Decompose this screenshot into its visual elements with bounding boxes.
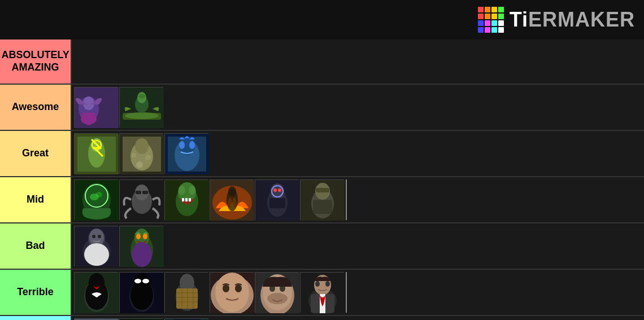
logo-cell [485,7,490,12]
svg-rect-60 [313,200,332,214]
svg-point-17 [132,153,136,157]
svg-point-108 [267,293,288,304]
tier-image-terrible-2 [119,272,163,313]
tier-label-absolutely-amazing: ABSOLUTELY AMAZING [0,40,71,84]
svg-rect-37 [142,191,148,194]
tier-row-bad: Bad [0,223,644,270]
svg-point-5 [125,112,159,119]
svg-rect-53 [269,198,285,208]
svg-rect-43 [182,198,184,201]
logo-cell [491,14,497,19]
terrible-divider [346,272,347,313]
tier-content-terrible [71,270,644,315]
logo-cell [485,14,490,19]
tier-row-absolutely-amazing: ABSOLUTELY AMAZING [0,40,644,85]
svg-rect-91 [176,288,198,309]
logo-cell [498,7,504,12]
logo-text: TiERMAKER [510,8,635,32]
svg-point-55 [273,189,277,192]
svg-point-25 [189,141,195,149]
tier-image-great-2 [119,133,163,174]
logo-cell [498,20,504,26]
tier-label-bad: Bad [0,223,71,269]
tier-image-mid-1 [74,179,118,220]
tier-image-terrible-4 [210,272,254,313]
logo-cell [485,20,490,26]
tier-image-great-1 [74,133,118,174]
svg-point-115 [325,281,330,287]
svg-point-114 [315,281,320,287]
logo-cell [478,20,484,26]
logo-cell [491,7,497,12]
svg-point-73 [136,234,141,239]
tier-label-awesome: Awesome [0,85,71,130]
svg-point-16 [135,138,149,154]
tier-label-terrible: Terrible [0,270,71,315]
svg-point-86 [134,279,141,283]
svg-point-69 [98,235,101,238]
svg-point-41 [179,186,185,195]
svg-point-74 [143,234,147,239]
tier-label-great: Great [0,131,71,176]
svg-point-101 [223,284,229,292]
tier-content-mid [71,177,644,222]
mid-divider [346,179,347,220]
logo-cell [485,27,490,33]
logo-cell [491,20,497,26]
svg-rect-36 [136,191,141,194]
tier-row-great: Great [0,131,644,177]
tier-row-mid: Mid [0,177,644,223]
tier-image-terrible-5 [255,272,299,313]
tier-content-absolutely-amazing [71,40,644,84]
logo-cell [498,27,504,33]
tier-label-dumpster-fire: DUMPSTER FIRE [0,316,71,320]
logo-cell [498,14,504,19]
tier-content-great [71,131,644,176]
tier-row-terrible: Terrible [0,270,644,316]
svg-point-75 [132,242,152,267]
svg-point-24 [179,141,185,149]
tier-content-bad [71,223,644,269]
svg-point-68 [92,235,95,238]
svg-point-87 [142,279,149,283]
logo-cell [478,27,484,33]
tier-content-dumpster-fire [71,316,644,320]
logo-cell [478,14,484,19]
tier-image-terrible-3 [164,272,208,313]
svg-rect-44 [185,198,188,201]
tier-image-bad-1 [74,226,118,266]
tier-image-awesome-2 [119,87,163,128]
tier-image-terrible-6 [300,272,344,313]
tier-image-mid-4 [210,179,254,220]
svg-point-42 [189,186,195,195]
tier-list: ABSOLUTELY AMAZING Awesome [0,40,644,320]
svg-point-19 [136,161,143,168]
svg-point-56 [278,189,281,192]
svg-rect-45 [189,198,191,201]
tier-image-bad-2 [119,226,163,266]
tiermaker-logo: TiERMAKER [478,7,635,33]
svg-point-100 [215,273,249,312]
tier-image-mid-2 [119,179,163,220]
logo-cell [491,27,497,33]
tier-label-mid: Mid [0,177,71,222]
svg-point-18 [145,155,151,160]
svg-point-31 [95,192,102,198]
tier-image-awesome-1 [74,87,118,128]
tier-image-mid-3 [164,179,208,220]
svg-point-102 [235,284,242,292]
logo-cell [478,7,484,12]
tier-image-mid-6 [300,179,344,220]
svg-point-67 [84,243,109,266]
tier-content-awesome [71,85,644,130]
svg-rect-62 [316,188,329,192]
tier-image-terrible-1 [74,272,118,313]
svg-point-49 [228,186,236,196]
header: TiERMAKER [0,0,644,40]
tier-row-dumpster-fire: DUMPSTER FIRE [0,316,644,320]
tier-image-mid-5 [255,179,299,220]
logo-grid-icon [478,7,504,33]
tier-row-awesome: Awesome [0,85,644,131]
tier-image-great-3 [164,133,208,174]
